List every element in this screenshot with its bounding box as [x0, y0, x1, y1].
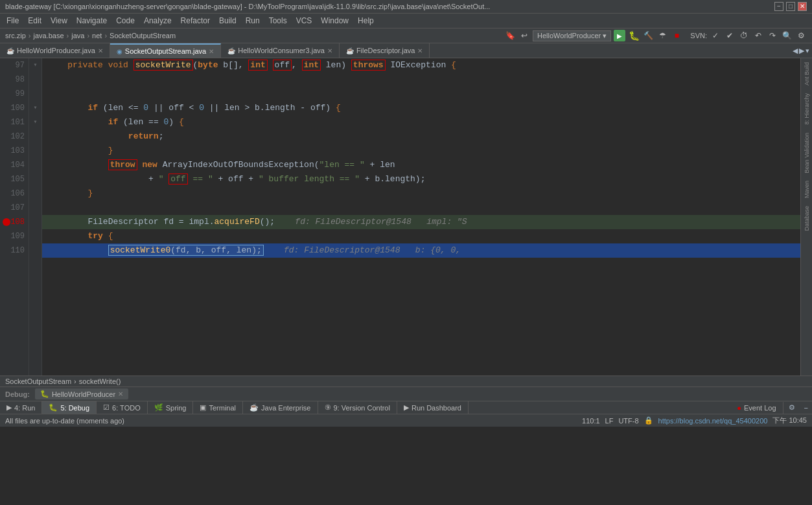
svn-check-icon[interactable]: ✓ [710, 30, 721, 41]
svn-undo-icon[interactable]: ↶ [752, 30, 764, 41]
back-icon[interactable]: ↩ [518, 30, 530, 41]
settings-gear-icon[interactable]: ⚙ [783, 401, 800, 414]
debug-tab-icon: 🐛 [49, 403, 58, 412]
breadcrumb-javabase[interactable]: java.base [33, 32, 64, 39]
maven-label[interactable]: Maven [804, 177, 810, 202]
bottom-tab-terminal[interactable]: ▣ Terminal [193, 401, 243, 414]
time-display: 下午 10:45 [772, 416, 807, 425]
menu-vcs[interactable]: VCS [292, 15, 316, 27]
close-button[interactable]: ✕ [798, 2, 807, 11]
status-bar-right: 110:1 LF UTF-8 🔒 https://blog.csdn.net/q… [582, 416, 807, 425]
socket-icon: ◉ [117, 48, 122, 55]
stop-icon[interactable]: ■ [671, 30, 682, 41]
tab-close-icon[interactable]: ✕ [417, 47, 423, 54]
menu-edit[interactable]: Edit [24, 15, 45, 27]
minimize-button[interactable]: − [774, 2, 783, 11]
svn-check2-icon[interactable]: ✔ [724, 30, 736, 41]
run-label: 4: Run [14, 404, 35, 412]
java-icon: ☕ [6, 47, 14, 54]
bottom-tab-debug[interactable]: 🐛 5: Debug [42, 401, 97, 414]
tab-helloworldproducer[interactable]: ☕ HelloWorldProducer.java ✕ [0, 43, 110, 58]
tab-scroll-left[interactable]: ◀ [793, 47, 798, 55]
code-line-110: socketWrite0(fd, b, off, len); fd: FileD… [42, 243, 800, 258]
menu-window[interactable]: Window [317, 15, 353, 27]
cursor-position[interactable]: 110:1 [582, 417, 600, 425]
run-button[interactable]: ▶ [614, 30, 625, 41]
coverage-icon[interactable]: ☂ [656, 30, 668, 41]
bottom-tab-eventlog[interactable]: ● Event Log [730, 402, 783, 414]
bottom-tab-run[interactable]: ▶ 4: Run [0, 401, 42, 414]
lock-icon: 🔒 [644, 416, 653, 425]
fold-100[interactable]: ▾ [29, 101, 41, 115]
bottom-tab-rundashboard[interactable]: ▶ Run Dashboard [397, 401, 469, 414]
menu-code[interactable]: Code [112, 15, 139, 27]
tab-helloworldconsumer3[interactable]: ☕ HelloWorldConsumer3.java ✕ [221, 43, 340, 58]
menu-help[interactable]: Help [354, 15, 378, 27]
tab-label: HelloWorldProducer.java [17, 47, 95, 54]
menu-build[interactable]: Build [215, 15, 240, 27]
menu-navigate[interactable]: Navigate [73, 15, 111, 27]
toolbar: src.zip › java.base › java › net › Socke… [0, 28, 812, 43]
breadcrumb-class[interactable]: SocketOutputStream [5, 377, 71, 385]
right-panel: Ant Build 8: Hierarchy Bean Validation M… [800, 58, 812, 376]
line-num-101: 101 [0, 115, 25, 129]
code-line-102: return; [42, 129, 800, 144]
tab-menu[interactable]: ▾ [806, 47, 809, 55]
bean-validation-label[interactable]: Bean Validation [804, 129, 810, 177]
debug-close-icon[interactable]: ✕ [118, 390, 123, 398]
debug-session-name: HelloWorldProducer [52, 390, 115, 398]
bookmark-icon[interactable]: 🔖 [504, 30, 516, 41]
breadcrumb-java[interactable]: java [71, 32, 84, 39]
tab-close-icon[interactable]: ✕ [209, 48, 214, 55]
tab-close-icon[interactable]: ✕ [98, 47, 103, 54]
breadcrumb-src[interactable]: src.zip [5, 32, 26, 39]
fold-99 [29, 87, 41, 101]
settings-icon[interactable]: ⚙ [795, 30, 807, 41]
maximize-button[interactable]: □ [786, 2, 795, 11]
tab-filedescriptor[interactable]: ☕ FileDescriptor.java ✕ [340, 43, 430, 58]
run-config-dropdown[interactable]: HelloWorldProducer ▾ [533, 30, 611, 41]
menu-file[interactable]: File [3, 15, 23, 27]
bottom-tab-todo[interactable]: ☑ 6: TODO [97, 401, 148, 414]
menu-view[interactable]: View [47, 15, 71, 27]
terminal-label: Terminal [209, 404, 236, 412]
database-label[interactable]: Database [804, 202, 810, 235]
tab-scroll-controls: ◀ ▶ ▾ [790, 43, 812, 58]
svn-redo-icon[interactable]: ↷ [767, 30, 778, 41]
debug-button[interactable]: 🐛 [628, 30, 640, 41]
svn-history-icon[interactable]: ⏱ [738, 30, 750, 41]
code-editor[interactable]: private void socketWrite(byte b[], int o… [42, 58, 800, 376]
search-icon[interactable]: 🔍 [781, 30, 793, 41]
line-num-109: 109 [0, 229, 25, 243]
menu-refactor[interactable]: Refactor [177, 15, 214, 27]
bottom-tab-spring[interactable]: 🌿 Spring [148, 401, 194, 414]
bottom-tab-javaenterprise[interactable]: ☕ Java Enterprise [243, 401, 318, 414]
menu-analyze[interactable]: Analyze [140, 15, 176, 27]
breadcrumb-method[interactable]: socketWrite() [79, 377, 121, 385]
breakpoint-indicator [3, 218, 10, 226]
csdn-url[interactable]: https://blog.csdn.net/qq_45400200 [658, 417, 768, 425]
hide-panel-icon[interactable]: − [800, 402, 812, 414]
tab-socketoutputstream[interactable]: ◉ SocketOutputStream.java ✕ [110, 43, 221, 58]
bottom-tab-versioncontrol[interactable]: ⑨ 9: Version Control [318, 401, 397, 414]
menu-tools[interactable]: Tools [265, 15, 291, 27]
debug-session[interactable]: 🐛 HelloWorldProducer ✕ [35, 388, 128, 399]
tab-scroll-right[interactable]: ▶ [799, 47, 804, 55]
menu-run[interactable]: Run [242, 15, 264, 27]
toolbar-icons: 🔖 ↩ HelloWorldProducer ▾ ▶ 🐛 🔨 ☂ ■ SVN: … [504, 30, 807, 41]
ant-build-label[interactable]: Ant Build [804, 58, 810, 89]
rundashboard-label: Run Dashboard [412, 404, 461, 412]
hierarchy-label[interactable]: 8: Hierarchy [804, 89, 810, 129]
build-icon[interactable]: 🔨 [642, 30, 654, 41]
code-line-109: try { [42, 229, 800, 243]
breadcrumb-net[interactable]: net [92, 32, 102, 39]
fold-101[interactable]: ▾ [29, 115, 41, 129]
tab-close-icon[interactable]: ✕ [327, 47, 332, 54]
code-line-106: } [42, 186, 800, 201]
line-ending[interactable]: LF [605, 417, 614, 425]
breadcrumb-socketoutputstream[interactable]: SocketOutputStream [110, 32, 176, 39]
fold-97[interactable]: ▾ [29, 58, 41, 73]
debug-bar: Debug: 🐛 HelloWorldProducer ✕ [0, 387, 812, 401]
java-icon: ☕ [346, 47, 354, 54]
encoding[interactable]: UTF-8 [618, 417, 638, 425]
